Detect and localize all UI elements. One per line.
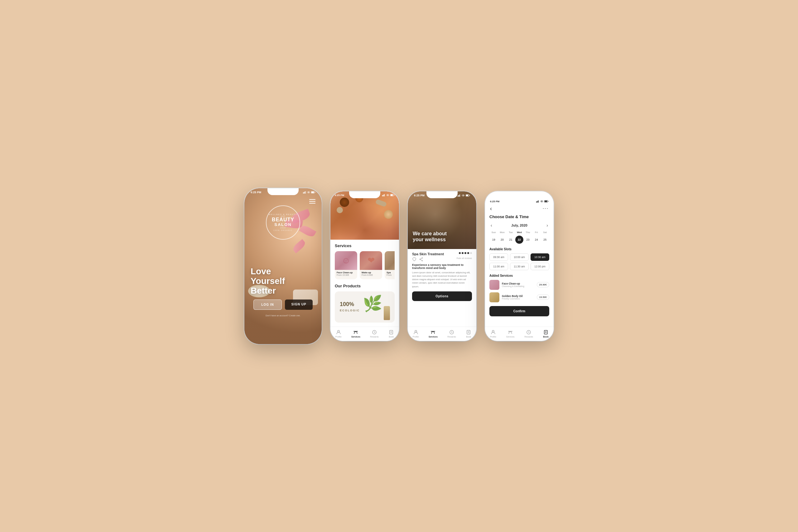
nav-rewards-4[interactable]: Rewards	[524, 329, 533, 338]
spa-hero-text: We care about your wellness	[413, 231, 447, 243]
cal-date-22[interactable]: 22	[515, 235, 524, 244]
svg-line-30	[420, 258, 422, 259]
status-icons-3	[458, 194, 470, 197]
service-info-oil: Golden Body Oil Freshly Cosmetics	[502, 294, 534, 300]
cal-month-label: July, 2020	[511, 224, 528, 227]
phone-services: 6:25 PM Services ☺	[330, 191, 399, 341]
svg-point-32	[415, 330, 417, 332]
nav-profile-4[interactable]: Profile	[490, 329, 496, 338]
added-service-1: Face Clean-up Cleansing & Exfoliating 29…	[489, 280, 549, 290]
status-time-2: 6:25 PM	[335, 194, 344, 197]
services-row: ☺ Face Clean-up From 15.90€ ❤	[335, 251, 395, 279]
svg-rect-3	[306, 191, 306, 193]
svg-rect-21	[458, 195, 459, 197]
spa-service-name: Spa Skin Treatment	[412, 252, 444, 256]
phones-container: 6:25 PM WELLNES & BEAUTY EST	[244, 188, 554, 344]
service-cat-oil: Freshly Cosmetics	[502, 298, 534, 300]
slots-title: Available Slots	[489, 247, 549, 251]
cal-date-19[interactable]: 19	[490, 235, 498, 244]
slot-1000am[interactable]: 10:00 am	[510, 253, 529, 261]
welcome-buttons: LOG IN SIGN UP	[253, 300, 313, 310]
services-content: Services ☺ Face Clean-up From 15.90€	[330, 240, 399, 327]
logo-beauty: BEAUTY	[272, 217, 294, 222]
nav-services-label-4: Services	[506, 336, 515, 338]
rewards-icon-3	[449, 329, 455, 335]
svg-point-4	[308, 192, 309, 193]
status-time-3: 6:25 PM	[414, 194, 424, 197]
service-name-makeup: Make-up	[362, 271, 380, 274]
service-card-makeup[interactable]: ❤ Make-up From 8.90€	[360, 251, 382, 279]
status-bar-4: 6:25 PM	[485, 200, 554, 203]
login-button[interactable]: LOG IN	[253, 300, 282, 310]
cal-date-23[interactable]: 23	[524, 235, 532, 244]
slot-1030am[interactable]: 10:30 am	[531, 253, 549, 261]
signup-hint: Don't have an account? Create one.	[244, 315, 322, 317]
spice-3	[337, 207, 343, 213]
phone-booking: 6:25 PM ‹ ··· Choose Date & Time	[485, 191, 554, 341]
nav-book-3[interactable]: Book	[466, 329, 471, 338]
more-button[interactable]: ···	[543, 206, 549, 211]
svg-rect-37	[536, 201, 537, 203]
svg-point-23	[463, 195, 464, 196]
svg-rect-2	[305, 191, 305, 193]
cal-next-btn[interactable]: ›	[545, 223, 549, 228]
cal-day-sat: Sat	[541, 231, 549, 234]
slot-930am[interactable]: 09:30 am	[489, 253, 508, 261]
nav-book-label-2: Book	[389, 336, 394, 338]
svg-point-40	[542, 201, 543, 202]
service-price-face: From 15.90€	[337, 274, 355, 276]
heart-icon[interactable]	[412, 257, 416, 262]
svg-point-27	[422, 258, 423, 258]
signup-button[interactable]: SIGN UP	[285, 300, 313, 310]
svg-rect-13	[391, 194, 393, 196]
book-icon-2	[388, 329, 394, 335]
nav-services-4[interactable]: Services	[506, 329, 515, 338]
cal-prev-btn[interactable]: ‹	[489, 223, 493, 228]
time-slots: 09:30 am 10:00 am 10:30 am 11:00 am 11:3…	[489, 253, 549, 270]
cal-day-thu: Thu	[524, 231, 532, 234]
service-card-spa[interactable]: ♨ Spa From	[385, 251, 395, 279]
slot-1130am[interactable]: 11:30 am	[510, 263, 529, 270]
cal-date-21[interactable]: 21	[507, 235, 515, 244]
service-card-face[interactable]: ☺ Face Clean-up From 15.90€	[335, 251, 357, 279]
back-button[interactable]: ‹	[490, 205, 492, 212]
svg-point-29	[422, 260, 423, 261]
nav-services-3[interactable]: Services	[429, 329, 438, 338]
cal-date-24[interactable]: 24	[532, 235, 540, 244]
book-icon-3	[466, 329, 471, 335]
cal-date-20[interactable]: 20	[498, 235, 506, 244]
petal-3	[292, 239, 307, 253]
hero-line1: We care about	[413, 231, 447, 236]
service-cat-face: Cleansing & Exfoliating	[502, 285, 534, 287]
svg-rect-34	[467, 330, 470, 334]
share-icon[interactable]	[419, 257, 423, 262]
nav-services-2[interactable]: Services	[351, 329, 360, 338]
cal-day-fri: Fri	[532, 231, 540, 234]
cal-date-25[interactable]: 25	[541, 235, 549, 244]
hero-tagline: Love Yourself Better	[251, 267, 285, 296]
calendar-nav: ‹ July, 2020 ›	[489, 223, 549, 228]
nav-profile-2[interactable]: Profile	[336, 329, 342, 338]
confirm-button[interactable]: Confirm	[489, 306, 549, 316]
slot-1100am[interactable]: 11:00 am	[489, 263, 508, 270]
svg-rect-0	[303, 192, 304, 193]
spa-desc-short: Experience a sensory spa treatment to tr…	[412, 263, 472, 270]
svg-rect-42	[545, 201, 547, 202]
nav-book-2[interactable]: Book	[388, 329, 394, 338]
nav-profile-3[interactable]: Profile	[413, 329, 419, 338]
options-button[interactable]: Options	[412, 291, 472, 301]
hamburger-menu[interactable]	[309, 199, 316, 204]
nav-rewards-3[interactable]: Rewards	[447, 329, 456, 338]
tagline-line2: Yourself	[251, 276, 285, 286]
nav-rewards-label-3: Rewards	[447, 336, 456, 338]
status-time-1: 6:25 PM	[251, 191, 261, 194]
svg-rect-39	[538, 201, 539, 203]
nav-book-label-4: Book	[543, 336, 549, 338]
svg-rect-17	[390, 330, 393, 334]
slot-1200pm[interactable]: 12:00 pm	[531, 263, 549, 270]
svg-rect-1	[304, 192, 305, 193]
nav-book-4[interactable]: Book	[543, 329, 549, 338]
service-thumb-oil	[489, 292, 499, 302]
logo-year: 2019	[280, 227, 286, 229]
nav-rewards-2[interactable]: Rewards	[370, 329, 379, 338]
